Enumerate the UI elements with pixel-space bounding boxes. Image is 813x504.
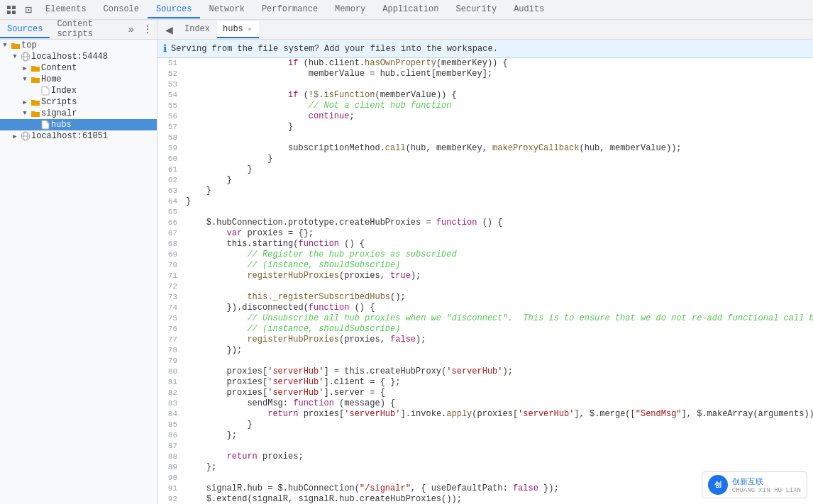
line-number: 87 (157, 441, 186, 452)
line-number: 52 (157, 69, 186, 79)
devtools-tabs: ElementsConsoleSourcesNetworkPerformance… (37, 1, 553, 18)
toolbar-tab-application[interactable]: Application (374, 1, 447, 18)
line-number: 92 (157, 494, 186, 504)
toolbar-tab-network[interactable]: Network (200, 1, 253, 18)
line-number: 69 (157, 250, 186, 260)
tree-arrow-scripts: ▶ (20, 99, 30, 106)
line-number: 70 (157, 260, 186, 271)
line-number: 61 (157, 164, 186, 175)
tab-navigate-back[interactable]: ◀ (160, 21, 177, 38)
code-line: 69 // Register the hub proxies as subscr… (157, 250, 813, 260)
tree-item-top[interactable]: ▼top (0, 40, 157, 51)
tree-icon-localhost54448 (20, 52, 31, 62)
tree-item-localhost61051[interactable]: ▶localhost:61051 (0, 130, 157, 142)
sidebar-more-button[interactable]: » (124, 24, 138, 35)
tree-icon-index-home (40, 86, 51, 96)
line-number: 78 (157, 345, 186, 356)
code-editor[interactable]: 51 if (hub.client.hasOwnProperty(memberK… (157, 58, 813, 504)
watermark-sub-text: CHUANG XIN HU LIAN (732, 487, 801, 494)
svg-rect-3 (12, 11, 16, 14)
code-line: 78 }); (157, 345, 813, 356)
code-line: 88 return proxies; (157, 452, 813, 462)
line-number: 74 (157, 303, 186, 313)
tree-item-scripts[interactable]: ▶Scripts (0, 96, 157, 108)
tree-arrow-top: ▼ (0, 42, 10, 49)
line-number: 83 (157, 398, 186, 409)
toolbar-tab-sources[interactable]: Sources (148, 1, 200, 18)
code-line: 64} (157, 196, 813, 207)
tree-item-localhost54448[interactable]: ▼localhost:54448 (0, 51, 157, 62)
cursor-icon[interactable]: ⊡ (20, 1, 37, 18)
line-content: }); (186, 345, 813, 356)
sidebar-options-button[interactable]: ⋮ (138, 23, 157, 35)
line-number: 64 (157, 196, 186, 207)
toolbar-tab-performance[interactable]: Performance (253, 1, 326, 18)
tree-item-content[interactable]: ▶Content (0, 62, 157, 74)
tab-hubs-close[interactable]: ✕ (246, 24, 253, 34)
line-content: } (186, 175, 813, 186)
watermark-main-text: 创新互联 (732, 476, 801, 487)
tree-label-localhost61051: localhost:61051 (31, 131, 108, 141)
tree-icon-localhost61051 (20, 131, 31, 141)
code-line: 59 subscriptionMethod.call(hub, memberKe… (157, 143, 813, 154)
code-line: 71 registerHubProxies(proxies, true); (157, 271, 813, 281)
line-number: 77 (157, 335, 186, 345)
line-number: 90 (157, 473, 186, 483)
code-line: 87 (157, 441, 813, 452)
code-line: 52 memberValue = hub.client[memberKey]; (157, 69, 813, 79)
code-line: 55 // Not a client hub function (157, 101, 813, 111)
code-line: 83 sendMsg: function (message) { (157, 398, 813, 409)
tree-item-hubs[interactable]: hubs (0, 119, 157, 130)
tree-icon-scripts (30, 98, 41, 106)
line-number: 62 (157, 175, 186, 186)
tree-arrow-signalr: ▼ (20, 110, 30, 117)
tab-hubs-label: hubs (223, 24, 243, 34)
sidebar-tab-sources[interactable]: Sources (0, 21, 50, 38)
line-content (186, 441, 813, 452)
line-content (186, 281, 813, 292)
code-line: 62 } (157, 175, 813, 186)
line-number: 76 (157, 324, 186, 335)
tab-hubs[interactable]: hubs ✕ (217, 21, 259, 38)
line-content: } (186, 122, 813, 133)
line-number: 60 (157, 154, 186, 164)
toolbar-tab-memory[interactable]: Memory (326, 1, 374, 18)
code-line: 73 this._registerSubscribedHubs(); (157, 292, 813, 303)
tree-item-index-home[interactable]: Index (0, 85, 157, 96)
line-number: 86 (157, 430, 186, 441)
line-content: // Register the hub proxies as subscribe… (186, 250, 813, 260)
line-number: 72 (157, 281, 186, 292)
toolbar-tab-elements[interactable]: Elements (37, 1, 95, 18)
line-number: 63 (157, 186, 186, 196)
line-content (186, 133, 813, 143)
code-line: 66 $.hubConnection.prototype.createHubPr… (157, 218, 813, 228)
line-number: 88 (157, 452, 186, 462)
tree-icon-content (30, 64, 41, 72)
code-line: 79 (157, 356, 813, 366)
line-number: 71 (157, 271, 186, 281)
line-content: this.starting(function () { (186, 239, 813, 250)
svg-rect-0 (7, 6, 11, 9)
info-icon: ℹ (163, 43, 167, 55)
toolbar-tab-audits[interactable]: Audits (505, 1, 553, 18)
line-number: 67 (157, 228, 186, 239)
tree-item-home[interactable]: ▼Home (0, 74, 157, 85)
line-number: 66 (157, 218, 186, 228)
code-line: 84 return proxies['serverHub'].invoke.ap… (157, 409, 813, 420)
watermark-text: 创新互联 CHUANG XIN HU LIAN (732, 476, 801, 494)
tree-icon-home (30, 75, 41, 84)
tree-arrow-home: ▼ (20, 76, 30, 83)
code-line: 85 } (157, 420, 813, 430)
code-line: 70 // (instance, shouldSubscribe) (157, 260, 813, 271)
toolbar-tab-security[interactable]: Security (448, 1, 506, 18)
devtools-toolbar: ⊡ ElementsConsoleSourcesNetworkPerforman… (0, 0, 813, 20)
line-content: return proxies['serverHub'].invoke.apply… (186, 409, 813, 420)
code-line: 86 }; (157, 430, 813, 441)
line-content: }).disconnected(function () { (186, 303, 813, 313)
toolbar-tab-console[interactable]: Console (95, 1, 148, 18)
line-content: if (!$.isFunction(memberValue)) { (186, 90, 813, 101)
line-number: 59 (157, 143, 186, 154)
code-line: 74 }).disconnected(function () { (157, 303, 813, 313)
tree-item-signalr[interactable]: ▼signalr (0, 108, 157, 119)
tab-index[interactable]: Index (179, 21, 216, 38)
